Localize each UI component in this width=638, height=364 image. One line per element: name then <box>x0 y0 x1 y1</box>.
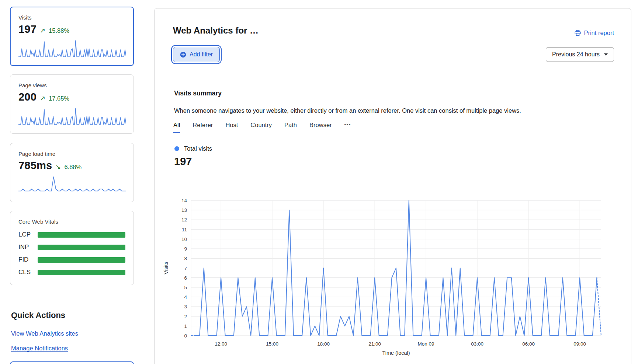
svg-text:14: 14 <box>181 198 187 203</box>
svg-text:09:00: 09:00 <box>573 341 586 347</box>
stat-card-value: 785ms <box>18 160 52 172</box>
tab-browser[interactable]: Browser <box>309 122 332 133</box>
stat-card-label: Page views <box>18 82 125 88</box>
tab-host[interactable]: Host <box>225 122 238 133</box>
print-report-button[interactable]: Print report <box>575 29 614 36</box>
svg-text:Time (local): Time (local) <box>382 350 410 356</box>
chart-legend: Total visits <box>174 145 212 152</box>
visits-sparkline <box>18 39 126 58</box>
vital-bar-good <box>38 232 125 238</box>
vital-label: INP <box>18 244 38 251</box>
svg-text:10: 10 <box>181 237 187 242</box>
svg-text:12: 12 <box>181 217 187 223</box>
visits-summary-title: Visits summary <box>174 90 222 97</box>
svg-text:Visits: Visits <box>163 262 169 274</box>
visits-line-chart: 0123456789101112131412:0015:0018:0021:00… <box>155 179 632 363</box>
vital-row-fid: FID <box>18 256 125 263</box>
sidebar-divider <box>10 356 134 356</box>
trend-percent: 6.88% <box>64 164 82 171</box>
printer-icon <box>575 30 581 36</box>
page-title: Web Analytics for … <box>173 25 259 36</box>
stat-card-value: 197 <box>18 23 37 35</box>
tab-referer[interactable]: Referer <box>193 122 213 133</box>
page-load-sparkline <box>18 175 126 194</box>
svg-text:4: 4 <box>184 294 187 300</box>
svg-text:18:00: 18:00 <box>317 341 330 347</box>
vital-bar-good <box>38 270 125 275</box>
vital-row-inp: INP <box>18 244 125 251</box>
svg-text:06:00: 06:00 <box>522 341 535 347</box>
vital-label: CLS <box>18 269 38 276</box>
total-visits-dot-icon <box>174 146 179 151</box>
vital-label: LCP <box>18 231 38 238</box>
svg-text:15:00: 15:00 <box>266 341 278 347</box>
svg-text:7: 7 <box>184 266 187 271</box>
web-analytics-panel: Web Analytics for … Print report Add fil… <box>154 8 631 364</box>
summary-tabs: AllRefererHostCountryPathBrowser••• <box>173 122 351 133</box>
print-report-label: Print report <box>584 29 614 36</box>
svg-text:3: 3 <box>184 304 187 309</box>
svg-text:21:00: 21:00 <box>368 341 381 347</box>
svg-text:2: 2 <box>184 314 187 319</box>
trend-up-icon: ↗ <box>40 27 45 35</box>
time-range-label: Previous 24 hours <box>552 51 600 58</box>
trend-up-icon: ↗ <box>40 94 45 102</box>
total-visits-value: 197 <box>174 155 192 168</box>
next-stat-card-partial[interactable] <box>10 361 134 364</box>
stat-card-page-views[interactable]: Page views 200 ↗ 17.65% <box>10 74 134 134</box>
visits-summary-description: When someone navigates to your website, … <box>174 107 609 114</box>
stat-card-label: Visits <box>18 14 125 21</box>
time-range-dropdown[interactable]: Previous 24 hours <box>546 47 614 62</box>
plus-circle-icon <box>180 52 186 58</box>
svg-text:9: 9 <box>184 246 187 252</box>
trend-percent: 15.88% <box>49 27 69 34</box>
vital-row-cls: CLS <box>18 269 125 276</box>
svg-text:6: 6 <box>184 275 187 281</box>
vital-label: FID <box>18 256 38 263</box>
svg-text:0: 0 <box>184 333 187 339</box>
add-filter-button[interactable]: Add filter <box>173 47 220 62</box>
total-visits-label: Total visits <box>184 145 212 152</box>
quick-actions-title: Quick Actions <box>11 311 65 320</box>
tab-path[interactable]: Path <box>284 122 297 133</box>
core-web-vitals-rows: LCPINPFIDCLS <box>18 231 125 276</box>
svg-text:Mon 09: Mon 09 <box>418 341 434 347</box>
trend-percent: 17.65% <box>49 95 69 102</box>
svg-text:12:00: 12:00 <box>215 341 227 347</box>
tab-country[interactable]: Country <box>250 122 272 133</box>
svg-text:8: 8 <box>184 256 187 261</box>
vital-bar-good <box>38 245 125 250</box>
svg-text:03:00: 03:00 <box>471 341 483 347</box>
stat-card-visits[interactable]: Visits 197 ↗ 15.88% <box>10 7 134 66</box>
stat-card-value: 200 <box>18 91 37 103</box>
stat-card-page-load-time[interactable]: Page load time 785ms ↘ 6.88% <box>10 143 134 202</box>
web-analytics-dashboard: { "accent_colors": { "line_blue": "#5589… <box>0 0 638 364</box>
core-web-vitals-title: Core Web Vitals <box>18 218 125 225</box>
page-views-sparkline <box>18 106 126 126</box>
vital-bar-good <box>38 257 125 263</box>
svg-text:13: 13 <box>181 207 187 213</box>
manage-notifications-link[interactable]: Manage Notifications <box>11 345 68 352</box>
svg-text:1: 1 <box>184 323 187 329</box>
core-web-vitals-card[interactable]: Core Web Vitals LCPINPFIDCLS <box>10 211 134 285</box>
svg-text:5: 5 <box>184 285 187 290</box>
svg-text:11: 11 <box>182 227 187 232</box>
header-divider <box>155 72 631 72</box>
vital-row-lcp: LCP <box>18 231 125 238</box>
tab-all[interactable]: All <box>173 122 180 133</box>
chevron-down-icon <box>604 53 608 56</box>
trend-down-icon: ↘ <box>55 163 61 171</box>
view-web-analytics-sites-link[interactable]: View Web Analytics sites <box>11 330 78 337</box>
tab-more[interactable]: ••• <box>344 122 351 133</box>
stat-card-label: Page load time <box>18 151 125 157</box>
add-filter-label: Add filter <box>190 51 213 58</box>
